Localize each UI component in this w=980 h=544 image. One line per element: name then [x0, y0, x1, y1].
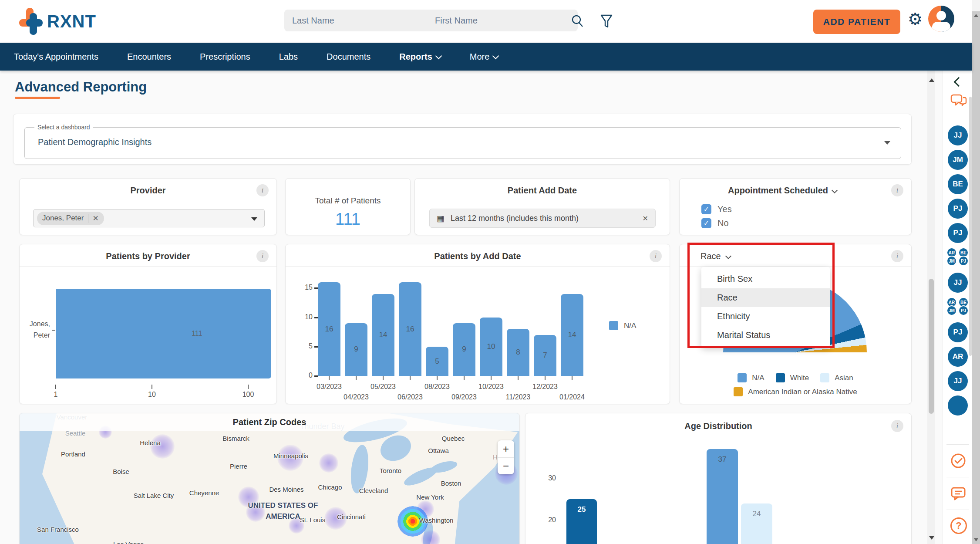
info-icon[interactable]: i	[650, 250, 662, 262]
tasks-check-icon[interactable]	[950, 453, 966, 469]
age-bar[interactable]: 37	[707, 449, 738, 544]
chat-sidebar: JJJMBEPJPJARBEJMPJJJARBEJMPJPJARJJ ?	[943, 71, 973, 544]
sidebar-avatar[interactable]: PJ	[948, 223, 968, 243]
add-date-bar[interactable]: 5	[426, 347, 448, 376]
appointment-scheduled-dropdown[interactable]: Appointment Scheduled	[680, 186, 885, 196]
window-scrollbar[interactable]	[972, 0, 980, 544]
nav-item-today-s-appointments[interactable]: Today's Appointments	[14, 52, 98, 62]
sidebar-avatar[interactable]: JM	[948, 150, 968, 170]
content-scrollbar[interactable]	[927, 71, 935, 544]
map-city-label: Cheyenne	[189, 489, 219, 497]
sidebar-avatar[interactable]: JJ	[948, 273, 968, 293]
map-city-label: Minneapolis	[273, 452, 308, 460]
scrollbar-thumb[interactable]	[929, 279, 934, 414]
sidebar-avatar[interactable]: JJ	[948, 125, 968, 145]
title-underline	[15, 97, 60, 99]
sidebar-avatar[interactable]: JJ	[948, 371, 968, 391]
age-bar[interactable]: 25	[566, 499, 597, 544]
user-avatar[interactable]	[928, 6, 954, 32]
sidebar-avatar-small[interactable]: PJ	[958, 305, 969, 316]
help-icon[interactable]: ?	[950, 517, 967, 534]
zoom-in-button[interactable]: +	[498, 440, 514, 458]
sidebar-avatar-small[interactable]: JM	[946, 256, 957, 266]
menu-item-marital-status[interactable]: Marital Status	[701, 326, 830, 345]
map-city-label: Washington	[419, 517, 454, 524]
appointment-yes-checkbox[interactable]: ✓ Yes	[701, 204, 732, 214]
add-date-bar[interactable]: 9	[345, 323, 367, 376]
sidebar-avatar-small[interactable]: JM	[946, 305, 957, 316]
sidebar-avatar-partial[interactable]	[948, 395, 968, 416]
sidebar-avatar-small[interactable]: PJ	[958, 256, 969, 266]
scroll-up-arrow[interactable]	[929, 78, 934, 82]
menu-item-birth-sex[interactable]: Birth Sex	[701, 270, 830, 288]
sidebar-scrollbar-thumb[interactable]	[969, 97, 972, 356]
total-patients-card: Total # of Patients 111	[285, 178, 411, 235]
collapse-sidebar-icon[interactable]	[954, 77, 964, 87]
info-icon[interactable]: i	[256, 184, 269, 196]
chat-bubbles-icon[interactable]	[950, 93, 967, 108]
add-date-bar[interactable]: 16	[318, 282, 340, 376]
rxnt-logo[interactable]: RXNT	[19, 8, 96, 35]
nav-item-reports[interactable]: Reports	[399, 52, 441, 62]
y-tick	[314, 317, 318, 318]
scroll-down-arrow[interactable]	[974, 538, 978, 541]
add-date-bar[interactable]: 7	[534, 335, 556, 376]
age-bar[interactable]: 24	[741, 503, 772, 544]
scroll-down-arrow[interactable]	[929, 536, 934, 540]
dashboard-select[interactable]: Select a dashboard Patient Demographic I…	[24, 127, 901, 159]
message-icon[interactable]	[950, 485, 966, 501]
nav-item-encounters[interactable]: Encounters	[127, 52, 171, 62]
menu-item-race[interactable]: Race	[701, 288, 830, 307]
x-tick	[356, 376, 357, 380]
search-icon[interactable]	[570, 14, 585, 29]
provider-bar[interactable]	[56, 289, 271, 378]
x-tick-label: 04/2023	[338, 393, 374, 401]
x-tick-label: 08/2023	[419, 383, 455, 391]
info-icon[interactable]: i	[891, 250, 903, 262]
nav-item-labs[interactable]: Labs	[279, 52, 298, 62]
chip-remove-icon[interactable]: ✕	[88, 214, 98, 223]
scroll-up-arrow[interactable]	[974, 14, 978, 17]
zoom-out-button[interactable]: −	[498, 458, 514, 474]
info-icon[interactable]: i	[891, 184, 903, 196]
y-tick-label: 15	[299, 284, 313, 291]
y-tick	[314, 287, 318, 289]
appointment-scheduled-card: Appointment Scheduled i ✓ Yes ✓ No	[679, 178, 912, 235]
nav-item-more[interactable]: More	[470, 52, 498, 62]
x-tick-label: 03/2023	[311, 383, 347, 391]
add-date-bar[interactable]: 14	[561, 294, 583, 376]
add-date-bar[interactable]: 8	[507, 329, 529, 376]
sidebar-avatar[interactable]: PJ	[948, 199, 968, 219]
sidebar-avatar[interactable]: AR	[948, 347, 968, 367]
last-name-input[interactable]: Last Name	[284, 10, 435, 31]
main-nav: Today's AppointmentsEncountersPrescripti…	[0, 43, 972, 71]
nav-item-prescriptions[interactable]: Prescriptions	[200, 52, 250, 62]
x-tick	[464, 376, 465, 380]
add-date-bar[interactable]: 10	[480, 318, 502, 376]
patient-zip-codes-map[interactable]: VancouverSeattleHelenaBismarckThunder Ba…	[19, 413, 520, 544]
nav-item-documents[interactable]: Documents	[327, 52, 370, 62]
sidebar-avatar[interactable]: BE	[948, 174, 968, 194]
add-date-range-input[interactable]: ▦ Last 12 months (includes this month) ✕	[429, 209, 656, 228]
race-dimension-dropdown[interactable]: Race	[700, 251, 731, 261]
menu-item-ethnicity[interactable]: Ethnicity	[701, 307, 830, 326]
map-city-label: Des Moines	[269, 486, 303, 493]
filter-icon[interactable]	[600, 14, 613, 29]
appointment-no-checkbox[interactable]: ✓ No	[701, 218, 729, 228]
x-tick-label: 01/2024	[554, 393, 590, 401]
patients-by-add-date-title: Patients by Add Date	[286, 251, 670, 261]
info-icon[interactable]: i	[256, 250, 269, 262]
add-date-bar[interactable]: 14	[372, 294, 394, 376]
sidebar-avatar[interactable]: PJ	[948, 322, 968, 342]
add-date-bar[interactable]: 9	[453, 323, 475, 376]
gear-icon[interactable]: ⚙	[908, 10, 923, 29]
bar-value-label: 9	[453, 345, 475, 354]
add-date-bar[interactable]: 16	[399, 282, 421, 376]
info-icon[interactable]: i	[891, 420, 903, 432]
add-patient-button[interactable]: ADD PATIENT	[813, 10, 900, 34]
clear-date-icon[interactable]: ✕	[643, 214, 648, 223]
provider-select[interactable]: Jones, Peter ✕	[33, 209, 265, 227]
y-tick	[314, 346, 318, 348]
first-name-input[interactable]: First Name	[427, 10, 578, 31]
legend-item: American Indian or Alaska Native	[734, 387, 857, 396]
